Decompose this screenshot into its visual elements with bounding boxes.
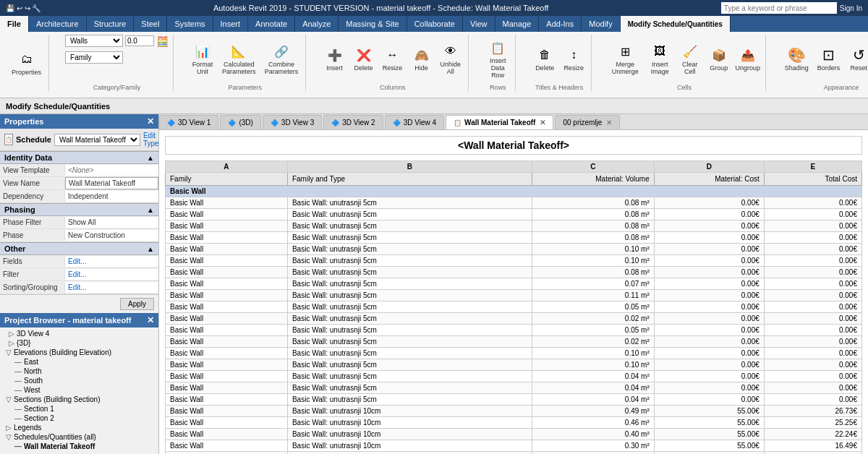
insert-image-button[interactable]: 🖼 Insert Image bbox=[646, 40, 674, 77]
table-row[interactable]: Basic Wall Basic Wall: unutrasnji 5cm 0.… bbox=[166, 371, 862, 382]
tree-item-legends[interactable]: ▷ Legends bbox=[3, 423, 156, 432]
tab-collaborate[interactable]: Collaborate bbox=[407, 16, 463, 32]
borders-button[interactable]: ⊡ Borders bbox=[814, 43, 843, 74]
tab-file[interactable]: File bbox=[0, 16, 29, 32]
other-section[interactable]: Other ▲ bbox=[0, 242, 158, 255]
table-row[interactable]: Basic Wall Basic Wall: unutrasnji 5cm 0.… bbox=[166, 244, 862, 255]
tab-manage[interactable]: Manage bbox=[495, 16, 540, 32]
delete-col-button[interactable]: ❌ Delete bbox=[351, 43, 377, 74]
tab-architecture[interactable]: Architecture bbox=[29, 16, 87, 32]
table-row[interactable]: Basic Wall Basic Wall: unutrasnji 5cm 0.… bbox=[166, 267, 862, 278]
format-unit-button[interactable]: 📊 Format Unit bbox=[190, 40, 216, 77]
table-row[interactable]: Basic Wall Basic Wall: unutrasnji 5cm 0.… bbox=[166, 394, 862, 406]
tree-item-north[interactable]: — North bbox=[3, 367, 156, 376]
table-row[interactable]: Basic Wall Basic Wall: unutrasnji 5cm 0.… bbox=[166, 197, 862, 209]
identity-data-section[interactable]: Identity Data ▲ bbox=[0, 151, 158, 164]
tree-item-section1[interactable]: — Section 1 bbox=[3, 404, 156, 414]
resize-col-button[interactable]: ↔ Resize bbox=[380, 43, 406, 74]
table-row[interactable]: Basic Wall Basic Wall: unutrasnji 5cm 0.… bbox=[166, 313, 862, 325]
tab-massing[interactable]: Massing & Site bbox=[339, 16, 407, 32]
tree-item-west[interactable]: — West bbox=[3, 385, 156, 395]
tab-3d-view-1[interactable]: 🔷 3D View 1 bbox=[159, 115, 218, 129]
group-button[interactable]: 📦 Group bbox=[706, 43, 732, 74]
table-row[interactable]: Basic Wall Basic Wall: unutrasnji 5cm 0.… bbox=[166, 255, 862, 267]
tab-00-prizemlje[interactable]: 00 prizemlje ✕ bbox=[555, 115, 620, 129]
value-input[interactable] bbox=[125, 35, 154, 46]
table-row[interactable]: Basic Wall Basic Wall: unutrasnji 10cm 0… bbox=[166, 406, 862, 417]
tree-item-section2[interactable]: — Section 2 bbox=[3, 414, 156, 423]
tab-3d-view-4[interactable]: 🔷 3D View 4 bbox=[385, 115, 444, 129]
clear-cell-button[interactable]: 🧹 Clear Cell bbox=[677, 40, 703, 77]
phasing-arrow: ▲ bbox=[147, 206, 154, 214]
table-row[interactable]: Basic Wall Basic Wall: unutrasnji 5cm 0.… bbox=[166, 220, 862, 232]
tab-3d-view-3[interactable]: 🔷 3D View 3 bbox=[263, 115, 322, 129]
tab-modify[interactable]: Modify bbox=[582, 16, 620, 32]
tab-3d-view-2[interactable]: 🔷 3D View 2 bbox=[323, 115, 383, 129]
shading-icon: 🎨 bbox=[786, 45, 807, 65]
table-row[interactable]: Basic Wall Basic Wall: unutrasnji 5cm 0.… bbox=[166, 209, 862, 220]
insert-col-button[interactable]: ➕ Insert bbox=[322, 43, 348, 74]
table-row[interactable]: Basic Wall Basic Wall: unutrasnji 5cm 0.… bbox=[166, 301, 862, 313]
insert-col-icon: ➕ bbox=[325, 45, 345, 65]
tab-3d[interactable]: 🔷 (3D) bbox=[220, 115, 260, 129]
unhide-all-button[interactable]: 👁 Unhide All bbox=[438, 40, 464, 77]
insert-data-row-button[interactable]: 📋 Insert Data Row bbox=[485, 36, 511, 81]
category-select[interactable]: Walls bbox=[65, 35, 123, 47]
tab-analyze[interactable]: Analyze bbox=[295, 16, 339, 32]
schedule-name-dropdown[interactable]: Wall Material Takeoff bbox=[54, 134, 140, 146]
tree-item-3d[interactable]: ▷ {3D} bbox=[3, 338, 156, 348]
delete-row-button[interactable]: 🗑 Delete bbox=[532, 43, 558, 74]
tree-item-schedules[interactable]: ▽ Schedules/Quantities (all) bbox=[3, 432, 156, 442]
delete-row-icon: 🗑 bbox=[535, 45, 555, 65]
tab-annotate[interactable]: Annotate bbox=[248, 16, 295, 32]
phasing-section[interactable]: Phasing ▲ bbox=[0, 203, 158, 216]
sign-in-link[interactable]: Sign In bbox=[840, 4, 862, 12]
shading-button[interactable]: 🎨 Shading bbox=[782, 43, 812, 74]
table-row[interactable]: Basic Wall Basic Wall: unutrasnji 10cm 0… bbox=[166, 452, 862, 455]
table-row[interactable]: Basic Wall Basic Wall: unutrasnji 10cm 0… bbox=[166, 429, 862, 440]
tree-item-wall-material-takeoff[interactable]: — Wall Material Takeoff bbox=[3, 442, 156, 451]
tab-view[interactable]: View bbox=[463, 16, 495, 32]
tab-close-button[interactable]: ✕ bbox=[540, 119, 545, 127]
table-row[interactable]: Basic Wall Basic Wall: unutrasnji 5cm 0.… bbox=[166, 290, 862, 301]
resize-row-button[interactable]: ↕ Resize bbox=[561, 43, 587, 74]
combine-button[interactable]: 🔗 Combine Parameters bbox=[263, 40, 301, 77]
tab-structure[interactable]: Structure bbox=[87, 16, 135, 32]
tree-item-sections[interactable]: ▽ Sections (Building Section) bbox=[3, 395, 156, 404]
merge-unmerge-button[interactable]: ⊞ Merge Unmerge bbox=[608, 40, 642, 77]
tab-add-ins[interactable]: Add-Ins bbox=[539, 16, 582, 32]
table-row[interactable]: Basic Wall Basic Wall: unutrasnji 5cm 0.… bbox=[166, 348, 862, 359]
table-row[interactable]: Basic Wall Basic Wall: unutrasnji 10cm 0… bbox=[166, 417, 862, 429]
properties-close-button[interactable]: ✕ bbox=[147, 116, 154, 127]
tree-item-south[interactable]: — South bbox=[3, 376, 156, 385]
hide-col-button[interactable]: 🙈 Hide bbox=[409, 43, 435, 74]
tree-item-3d-view-4[interactable]: ▷ 3D View 4 bbox=[3, 329, 156, 338]
tab-modify-schedule[interactable]: Modify Schedule/Quantities bbox=[621, 16, 731, 32]
tab-insert[interactable]: Insert bbox=[213, 16, 249, 32]
reset-button[interactable]: ↺ Reset bbox=[846, 43, 868, 74]
tab-close-button-2[interactable]: ✕ bbox=[606, 119, 612, 127]
left-panel: Properties ✕ 📋 Schedule Wall Material Ta… bbox=[0, 114, 159, 454]
table-row[interactable]: Basic Wall Basic Wall: unutrasnji 5cm 0.… bbox=[166, 336, 862, 348]
table-row[interactable]: Basic Wall Basic Wall: unutrasnji 5cm 0.… bbox=[166, 382, 862, 394]
family-select[interactable]: Family bbox=[65, 51, 123, 64]
table-row[interactable]: Basic Wall Basic Wall: unutrasnji 5cm 0.… bbox=[166, 325, 862, 336]
properties-button[interactable]: 🗂 Properties bbox=[9, 48, 44, 78]
calculated-button[interactable]: 📐 Calculated Parameters bbox=[218, 40, 260, 77]
browser-close-button[interactable]: ✕ bbox=[147, 315, 154, 325]
table-row[interactable]: Basic Wall Basic Wall: unutrasnji 5cm 0.… bbox=[166, 278, 862, 290]
edit-type-button[interactable]: Edit Type bbox=[143, 132, 159, 147]
delete-col-icon: ❌ bbox=[354, 45, 374, 65]
table-row[interactable]: Basic Wall Basic Wall: unutrasnji 5cm 0.… bbox=[166, 359, 862, 371]
table-row[interactable]: Basic Wall Basic Wall: unutrasnji 5cm 0.… bbox=[166, 232, 862, 244]
tab-systems[interactable]: Systems bbox=[167, 16, 213, 32]
3d-view-4-icon: 🔷 bbox=[393, 119, 401, 127]
tree-item-elevations[interactable]: ▽ Elevations (Building Elevation) bbox=[3, 348, 156, 357]
tree-item-east[interactable]: — East bbox=[3, 357, 156, 367]
tab-steel[interactable]: Steel bbox=[134, 16, 167, 32]
search-input[interactable] bbox=[721, 2, 837, 14]
apply-button[interactable]: Apply bbox=[120, 298, 154, 310]
table-row[interactable]: Basic Wall Basic Wall: unutrasnji 10cm 0… bbox=[166, 440, 862, 452]
ungroup-button[interactable]: 📤 Ungroup bbox=[735, 43, 761, 74]
tab-wall-material-takeoff[interactable]: 📋 Wall Material Takeoff ✕ bbox=[446, 115, 553, 129]
